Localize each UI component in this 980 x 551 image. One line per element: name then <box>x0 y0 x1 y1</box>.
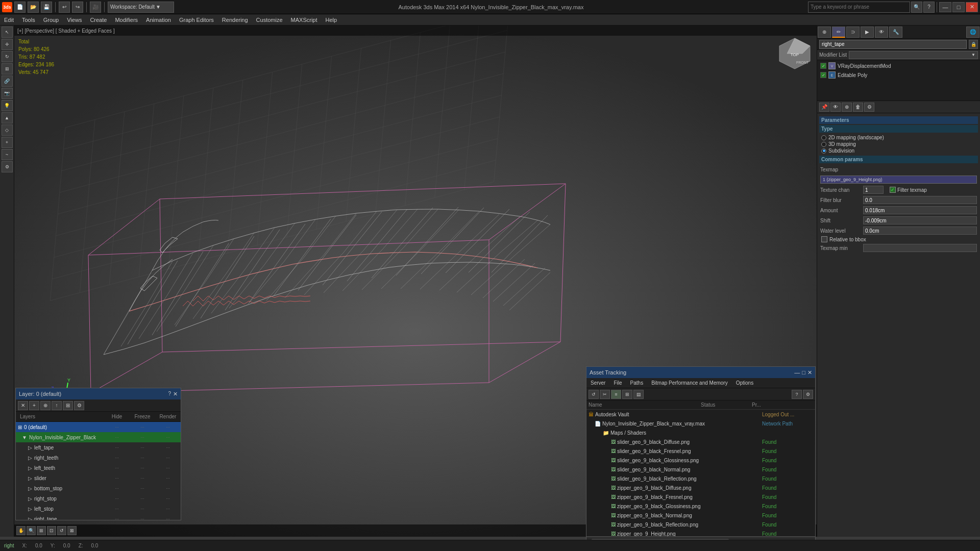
layer-add-selected-btn[interactable]: ⊕ <box>40 401 51 410</box>
layer-item-bottom-stop[interactable]: ▷ bottom_stop ··· ··· ··· <box>16 483 181 493</box>
radio-subdivision[interactable]: Subdivision <box>821 148 976 154</box>
layer-panel-header[interactable]: Layer: 0 (default) ? ✕ <box>16 388 181 399</box>
layer-delete-btn[interactable]: ✕ <box>18 401 28 410</box>
asset-maps-folder[interactable]: 📁 Maps / Shaders <box>586 428 815 437</box>
tab-display[interactable]: 👁 <box>875 27 888 38</box>
layer-add-btn[interactable]: + <box>29 401 39 410</box>
filter-blur-input[interactable] <box>863 196 977 204</box>
asset-slider-normal[interactable]: 🖼 slider_geo_9_black_Normal.png Found <box>586 465 815 474</box>
modifier-name-field[interactable] <box>819 40 967 49</box>
menu-maxscript[interactable]: MAXScript <box>287 14 322 26</box>
asset-refresh-btn[interactable]: ↺ <box>589 390 599 399</box>
redo-btn[interactable]: ↪ <box>72 2 83 13</box>
menu-customize[interactable]: Customize <box>252 14 287 26</box>
asset-detail-btn[interactable]: ▤ <box>633 390 644 399</box>
menu-graph-editors[interactable]: Graph Editors <box>175 14 218 26</box>
modifier-item-vray[interactable]: ✓ V VRayDisplacementMod <box>818 61 979 70</box>
layer-item-left-stop[interactable]: ▷ left_stop ··· ··· ··· <box>16 504 181 514</box>
layer-item-slider[interactable]: ▷ slider ··· ··· ··· <box>16 473 181 483</box>
layer-panel-help[interactable]: ? <box>168 391 171 397</box>
asset-zipper-diffuse[interactable]: 🖼 zipper_geo_9_black_Diffuse.png Found <box>586 483 815 492</box>
link-tool-btn[interactable]: 🔗 <box>2 76 13 87</box>
asset-panel-minimize[interactable]: — <box>794 369 800 376</box>
tab-create[interactable]: ⊕ <box>818 27 831 38</box>
asset-zipper-fresnel[interactable]: 🖼 zipper_geo_9_black_Fresnel.png Found <box>586 492 815 502</box>
tab-hierarchy[interactable]: ⊃ <box>846 27 860 38</box>
layer-item-left-teeth[interactable]: ▷ left_teeth ··· ··· ··· <box>16 463 181 473</box>
asset-menu-bitmap[interactable]: Bitmap Performance and Memory <box>647 378 732 388</box>
vray-enable-check[interactable]: ✓ <box>820 63 826 69</box>
help-btn[interactable]: ? <box>923 2 935 13</box>
layer-item-right-teeth[interactable]: ▷ right_teeth ··· ··· ··· <box>16 453 181 463</box>
asset-slider-reflection[interactable]: 🖼 slider_geo_9_black_Reflection.png Foun… <box>586 474 815 483</box>
space-warp-btn[interactable]: ~ <box>2 149 13 160</box>
filter-texmap-check[interactable]: ✓ Filter texmap <box>890 187 927 193</box>
menu-group[interactable]: Group <box>39 14 63 26</box>
zoom-btn[interactable]: 🔍 <box>27 526 36 535</box>
rotate-tool-btn[interactable]: ↻ <box>2 51 13 62</box>
search-input[interactable] <box>808 2 910 13</box>
menu-help[interactable]: Help <box>322 14 341 26</box>
asset-strip-btn[interactable]: ✂ <box>600 390 610 399</box>
asset-settings-btn[interactable]: ⚙ <box>803 390 813 399</box>
maximize-viewport-btn[interactable]: ⊠ <box>67 526 77 535</box>
texmap-value-btn[interactable]: 1 (zipper_geo_9_Height.png) <box>820 176 977 184</box>
asset-panel-maximize[interactable]: □ <box>802 369 805 376</box>
make-unique-btn[interactable]: ⊕ <box>842 103 852 112</box>
asset-panel-header[interactable]: Asset Tracking — □ ✕ <box>586 367 815 378</box>
helper-btn[interactable]: + <box>2 137 13 148</box>
workspace-dropdown[interactable]: Workspace: Default ▼ <box>108 2 174 13</box>
shape-btn[interactable]: ◇ <box>2 124 13 136</box>
radio-2d-mapping[interactable]: 2D mapping (landscape) <box>821 135 976 140</box>
texture-chan-input[interactable] <box>863 186 884 194</box>
asset-slider-fresnel[interactable]: 🖼 slider_geo_9_black_Fresnel.png Found <box>586 446 815 456</box>
layer-select-btn[interactable]: ↑ <box>52 401 62 410</box>
modifier-item-editable-poly[interactable]: ✓ E Editable Poly <box>818 70 979 80</box>
layer-item-right-stop[interactable]: ▷ right_stop ··· ··· ··· <box>16 493 181 504</box>
tab-utilities[interactable]: 🔧 <box>889 27 902 38</box>
open-file-btn[interactable]: 📂 <box>28 2 39 13</box>
layer-merge-btn[interactable]: ⊞ <box>63 401 73 410</box>
water-level-input[interactable] <box>863 227 977 235</box>
pin-stack-btn[interactable]: 📌 <box>819 103 829 112</box>
new-file-btn[interactable]: 📄 <box>14 2 26 13</box>
search-btn[interactable]: 🔍 <box>911 2 922 13</box>
shift-input[interactable] <box>863 216 977 224</box>
layer-item-left-tape[interactable]: ▷ left_tape ··· ··· ··· <box>16 442 181 453</box>
asset-menu-paths[interactable]: Paths <box>626 378 648 388</box>
scale-tool-btn[interactable]: ⊞ <box>2 63 13 74</box>
asset-zipper-height[interactable]: 🖼 zipper_geo_9_Height.png Found <box>586 529 815 536</box>
menu-edit[interactable]: Edit <box>0 14 18 26</box>
asset-vault[interactable]: 🏛 Autodesk Vault Logged Out ... <box>586 410 815 419</box>
move-tool-btn[interactable]: ✛ <box>2 39 13 50</box>
asset-menu-options[interactable]: Options <box>732 378 757 388</box>
menu-modifiers[interactable]: Modifiers <box>111 14 142 26</box>
asset-slider-diffuse[interactable]: 🖼 slider_geo_9_black_Diffuse.png Found <box>586 437 815 446</box>
configure-mod-btn[interactable]: ⚙ <box>864 103 874 112</box>
asset-zipper-reflection[interactable]: 🖼 zipper_geo_9_black_Reflection.png Foun… <box>586 520 815 529</box>
show-result-btn[interactable]: 👁 <box>830 103 841 112</box>
asset-slider-glossiness[interactable]: 🖼 slider_geo_9_black_Glossiness.png Foun… <box>586 456 815 465</box>
asset-list-btn[interactable]: ≡ <box>611 390 621 399</box>
menu-tools[interactable]: Tools <box>18 14 39 26</box>
viewport-cube[interactable]: TOP FRONT <box>777 36 813 71</box>
asset-menu-server[interactable]: Server <box>586 378 609 388</box>
asset-panel-close[interactable]: ✕ <box>807 369 812 376</box>
asset-zipper-glossiness[interactable]: 🖼 zipper_geo_9_black_Glossiness.png Foun… <box>586 502 815 511</box>
geometry-btn[interactable]: ▲ <box>2 112 13 123</box>
close-btn[interactable]: ✕ <box>966 2 978 12</box>
texmap-min-input[interactable] <box>863 244 977 252</box>
asset-tree-btn[interactable]: ⊞ <box>622 390 632 399</box>
modifier-list-dropdown[interactable]: ▼ <box>849 51 978 59</box>
maximize-btn[interactable]: □ <box>952 2 965 12</box>
tab-motion[interactable]: ▶ <box>861 27 874 38</box>
epoly-enable-check[interactable]: ✓ <box>820 72 826 78</box>
tab-modify[interactable]: ✏ <box>832 27 845 38</box>
camera-btn[interactable]: 📷 <box>2 88 13 99</box>
asset-zipper-normal[interactable]: 🖼 zipper_geo_9_black_Normal.png Found <box>586 511 815 520</box>
layer-settings-btn[interactable]: ⚙ <box>74 401 84 410</box>
pan-btn[interactable]: ✋ <box>16 526 26 535</box>
tab-scene[interactable]: 🌐 <box>966 27 979 38</box>
layer-item-right-tape[interactable]: ▷ right_tape ··· ··· ··· <box>16 514 181 520</box>
relative-to-bbox-row[interactable]: Relative to bbox <box>819 236 978 243</box>
